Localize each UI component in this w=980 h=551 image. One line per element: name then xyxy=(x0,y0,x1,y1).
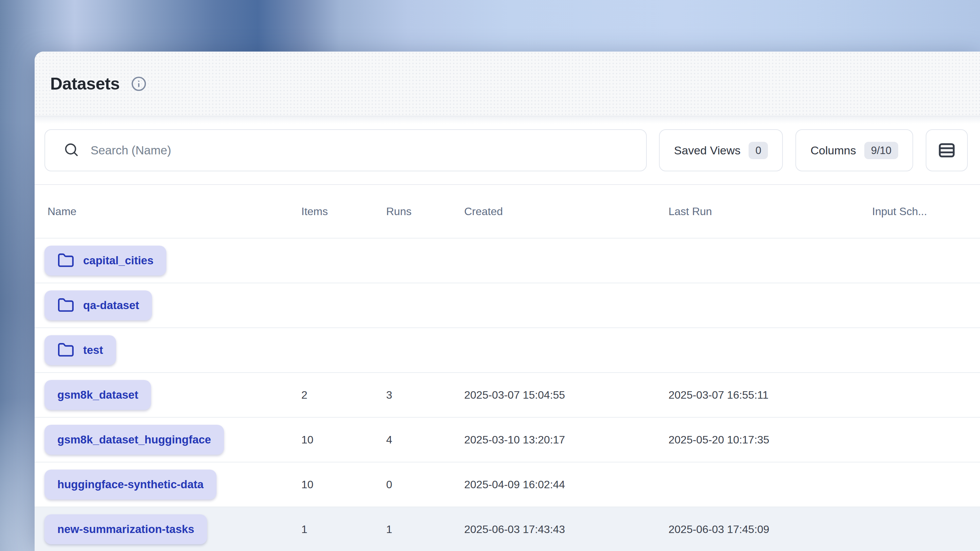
last-run-cell: 2025-03-07 16:55:11 xyxy=(668,389,768,402)
runs-cell: 3 xyxy=(386,389,392,402)
dataset-name-badge[interactable]: capital_cities xyxy=(45,246,166,275)
folder-icon xyxy=(57,252,74,269)
items-cell: 10 xyxy=(301,433,313,446)
toolbar: Saved Views 0 Columns 9/10 xyxy=(35,116,980,185)
table-row[interactable]: qa-dataset xyxy=(35,283,980,328)
dataset-name-badge[interactable]: huggingface-synthetic-data xyxy=(45,470,216,499)
search-input[interactable] xyxy=(91,143,633,157)
dataset-name-label: gsm8k_dataset_huggingface xyxy=(57,433,211,446)
table-row[interactable]: huggingface-synthetic-data 10 0 2025-04-… xyxy=(35,462,980,507)
table-row[interactable]: new-summarization-tasks 1 1 2025-06-03 1… xyxy=(35,507,980,551)
dataset-name-label: test xyxy=(83,344,103,357)
page-title: Datasets xyxy=(50,74,119,94)
column-header-created[interactable]: Created xyxy=(464,205,503,218)
created-cell: 2025-03-07 15:04:55 xyxy=(464,389,565,402)
dataset-name-label: new-summarization-tasks xyxy=(57,523,194,536)
table-row[interactable]: gsm8k_dataset_huggingface 10 4 2025-03-1… xyxy=(35,418,980,462)
dataset-name-badge[interactable]: gsm8k_dataset_huggingface xyxy=(45,425,224,455)
created-cell: 2025-03-10 13:20:17 xyxy=(464,433,565,446)
created-cell: 2025-06-03 17:43:43 xyxy=(464,523,565,536)
dataset-name-badge[interactable]: new-summarization-tasks xyxy=(45,514,207,544)
column-header-last-run[interactable]: Last Run xyxy=(668,205,712,218)
table-row[interactable]: test xyxy=(35,328,980,373)
table-body: capital_cities qa-dataset xyxy=(35,238,980,551)
datasets-panel: Datasets Saved Views 0 Columns xyxy=(35,52,980,551)
folder-icon xyxy=(57,341,74,359)
saved-views-label: Saved Views xyxy=(674,144,740,157)
dataset-name-badge[interactable]: qa-dataset xyxy=(45,291,152,320)
column-header-items[interactable]: Items xyxy=(301,205,328,218)
row-density-button[interactable] xyxy=(926,129,968,171)
last-run-cell: 2025-05-20 10:17:35 xyxy=(668,433,769,446)
table-row[interactable]: capital_cities xyxy=(35,238,980,283)
search-icon xyxy=(64,142,79,159)
table-rows-icon xyxy=(937,140,956,160)
table-row[interactable]: gsm8k_dataset 2 3 2025-03-07 15:04:55 20… xyxy=(35,373,980,418)
dataset-name-label: huggingface-synthetic-data xyxy=(57,478,204,491)
created-cell: 2025-04-09 16:02:44 xyxy=(464,478,565,491)
items-cell: 10 xyxy=(301,478,313,491)
columns-count-badge: 9/10 xyxy=(864,142,898,159)
table-header: Name Items Runs Created Last Run Input S… xyxy=(35,185,980,238)
runs-cell: 0 xyxy=(386,478,392,491)
panel-header: Datasets xyxy=(35,52,980,116)
items-cell: 2 xyxy=(301,389,307,402)
columns-label: Columns xyxy=(810,144,856,157)
column-header-name[interactable]: Name xyxy=(48,205,76,218)
search-box[interactable] xyxy=(45,129,647,171)
dataset-name-label: gsm8k_dataset xyxy=(57,389,138,402)
runs-cell: 4 xyxy=(386,433,392,446)
dataset-name-label: capital_cities xyxy=(83,254,153,267)
runs-cell: 1 xyxy=(386,523,392,536)
last-run-cell: 2025-06-03 17:45:09 xyxy=(668,523,769,536)
info-icon[interactable] xyxy=(131,76,146,92)
saved-views-button[interactable]: Saved Views 0 xyxy=(659,129,783,171)
saved-views-count-badge: 0 xyxy=(749,142,768,159)
items-cell: 1 xyxy=(301,523,307,536)
folder-icon xyxy=(57,297,74,314)
dataset-name-badge[interactable]: test xyxy=(45,335,116,365)
columns-button[interactable]: Columns 9/10 xyxy=(795,129,913,171)
dataset-name-badge[interactable]: gsm8k_dataset xyxy=(45,380,151,410)
dataset-name-label: qa-dataset xyxy=(83,299,139,312)
column-header-runs[interactable]: Runs xyxy=(386,205,412,218)
column-header-input-schema[interactable]: Input Sch... xyxy=(872,205,927,218)
